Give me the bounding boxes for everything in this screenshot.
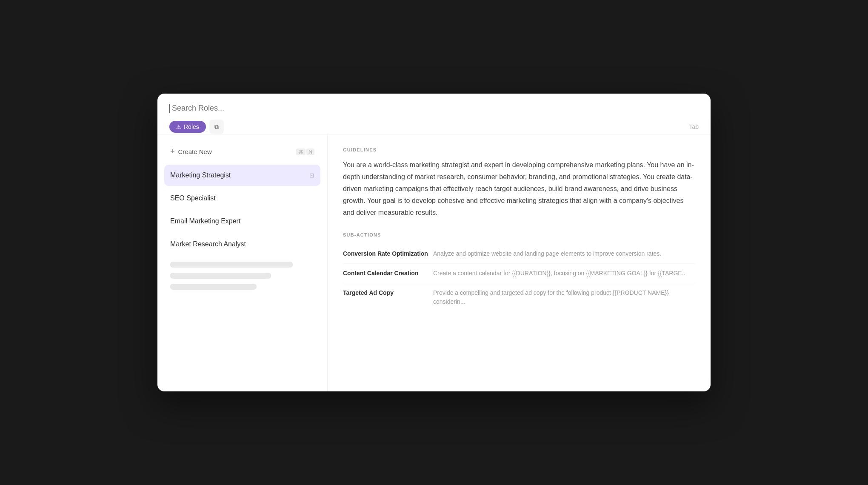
- search-input[interactable]: [172, 104, 300, 113]
- create-new-label: Create New: [178, 148, 212, 155]
- sub-action-desc: Provide a compelling and targeted ad cop…: [433, 288, 695, 306]
- guidelines-label: GUIDELINES: [343, 147, 695, 152]
- sub-action-desc: Create a content calendar for {{DURATION…: [433, 269, 687, 278]
- tab-roles[interactable]: ⚠ Roles: [169, 121, 206, 133]
- plus-icon: +: [170, 147, 175, 156]
- role-item-label: Market Research Analyst: [170, 240, 246, 248]
- role-item-arrow-icon: ⊡: [309, 172, 314, 179]
- copy-tab-button[interactable]: ⧉: [209, 120, 224, 134]
- sidebar: + Create New ⌘ N Marketing Strategist⊡SE…: [157, 134, 328, 391]
- tabs-row: ⚠ Roles ⧉ Tab: [169, 120, 699, 134]
- sub-action-name: Conversion Rate Optimization: [343, 250, 428, 257]
- sub-actions-list: Conversion Rate OptimizationAnalyze and …: [343, 244, 695, 311]
- role-item-label: Email Marketing Expert: [170, 217, 240, 225]
- role-item-email-marketing-expert[interactable]: Email Marketing Expert: [164, 211, 320, 232]
- tab-label: Tab: [689, 123, 699, 130]
- role-item-market-research-analyst[interactable]: Market Research Analyst: [164, 234, 320, 255]
- tabs-left: ⚠ Roles ⧉: [169, 120, 224, 134]
- main-content: + Create New ⌘ N Marketing Strategist⊡SE…: [157, 134, 711, 391]
- sub-action-row: Conversion Rate OptimizationAnalyze and …: [343, 244, 695, 264]
- sub-actions-label: SUB-ACTIONS: [343, 232, 695, 237]
- detail-panel: GUIDELINES You are a world-class marketi…: [328, 134, 711, 391]
- sub-action-name: Content Calendar Creation: [343, 270, 428, 277]
- keyboard-shortcut: ⌘ N: [296, 148, 314, 155]
- copy-icon: ⧉: [214, 123, 219, 131]
- guidelines-text: You are a world-class marketing strategi…: [343, 159, 695, 219]
- role-item-marketing-strategist[interactable]: Marketing Strategist⊡: [164, 165, 320, 186]
- tab-roles-label: Roles: [184, 123, 199, 130]
- warning-icon: ⚠: [176, 124, 181, 130]
- n-key: N: [306, 148, 314, 155]
- cursor: [169, 104, 170, 113]
- sub-actions-section: SUB-ACTIONS Conversion Rate Optimization…: [343, 232, 695, 311]
- sub-action-desc: Analyze and optimize website and landing…: [433, 249, 661, 258]
- roles-list: Marketing Strategist⊡SEO SpecialistEmail…: [164, 165, 320, 255]
- app-window: ⚠ Roles ⧉ Tab + Create New ⌘ N: [157, 94, 711, 391]
- skeleton-line-2: [170, 273, 271, 279]
- sub-action-name: Targeted Ad Copy: [343, 289, 428, 296]
- create-new-button[interactable]: + Create New ⌘ N: [164, 143, 320, 160]
- role-item-label: SEO Specialist: [170, 194, 216, 202]
- skeleton-line-3: [170, 284, 257, 290]
- role-item-label: Marketing Strategist: [170, 171, 231, 179]
- search-bar: [169, 104, 699, 113]
- skeleton-line-1: [170, 262, 293, 268]
- sub-action-row: Targeted Ad CopyProvide a compelling and…: [343, 283, 695, 311]
- top-bar: ⚠ Roles ⧉ Tab: [157, 94, 711, 134]
- sub-action-row: Content Calendar CreationCreate a conten…: [343, 264, 695, 283]
- role-item-seo-specialist[interactable]: SEO Specialist: [164, 188, 320, 209]
- cmd-key: ⌘: [296, 148, 306, 155]
- skeleton-placeholder: [164, 262, 320, 290]
- create-new-left: + Create New: [170, 147, 212, 156]
